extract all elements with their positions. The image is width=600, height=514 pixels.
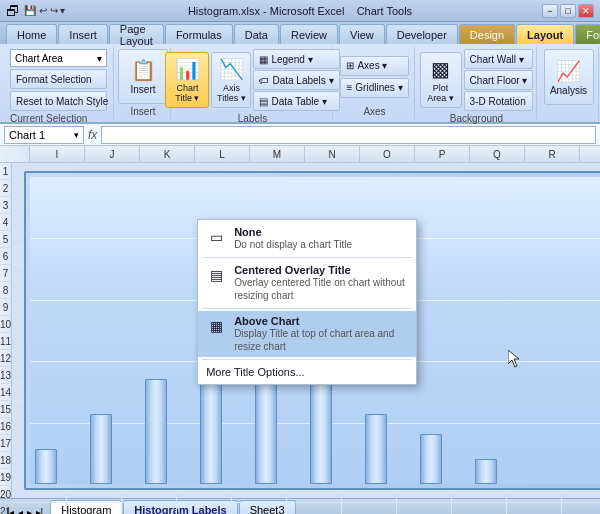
menu-item-none[interactable]: ▭ None Do not display a chart Title (198, 222, 416, 255)
menu-divider-3 (202, 359, 412, 360)
row-header-17: 17 (0, 435, 11, 452)
col-header-O: O (360, 146, 415, 162)
row-header-10: 10 (0, 316, 11, 333)
row-header-6: 6 (0, 248, 11, 265)
data-table-button[interactable]: ▤ Data Table ▾ (253, 91, 339, 111)
tab-format[interactable]: Format (575, 24, 600, 44)
data-labels-button[interactable]: 🏷 Data Labels ▾ (253, 70, 339, 90)
chart-bar-7 (420, 434, 442, 484)
current-selection-dropdown[interactable]: Chart Area ▾ (10, 49, 107, 67)
chart-floor-button[interactable]: Chart Floor ▾ (464, 70, 534, 90)
tab-review[interactable]: Review (280, 24, 338, 44)
row-header-1: 1 (0, 163, 11, 180)
title-bar-title: Histogram.xlsx - Microsoft Excel (188, 5, 344, 17)
legend-icon: ▦ (259, 54, 268, 65)
chart-title-icon: 📊 (175, 57, 200, 81)
name-box-arrow: ▾ (74, 130, 79, 140)
column-headers: IJKLMNOPQRST (30, 146, 600, 163)
chart-wall-button[interactable]: Chart Wall ▾ (464, 49, 534, 69)
row-header-3: 3 (0, 197, 11, 214)
tab-page-layout[interactable]: Page Layout (109, 24, 164, 44)
group-analysis: 📈 Analysis (539, 47, 599, 119)
chart-title-button[interactable]: 📊 ChartTitle ▾ (165, 52, 209, 108)
cell-I21[interactable] (12, 503, 67, 514)
analysis-button[interactable]: 📈 Analysis (544, 49, 594, 105)
tab-home[interactable]: Home (6, 24, 57, 44)
tab-view[interactable]: View (339, 24, 385, 44)
tab-developer[interactable]: Developer (386, 24, 458, 44)
maximize-button[interactable]: □ (560, 4, 576, 18)
group-label-current-selection: Current Selection (10, 111, 87, 124)
rotation-button[interactable]: 3-D Rotation (464, 91, 534, 111)
title-bar: 🗗 💾 ↩ ↪ ▾ Histogram.xlsx - Microsoft Exc… (0, 0, 600, 22)
tab-layout[interactable]: Layout (516, 24, 574, 44)
cell-S21[interactable] (562, 503, 600, 514)
row-header-8: 8 (0, 282, 11, 299)
row-header-19: 19 (0, 469, 11, 486)
gridlines-button[interactable]: ≡ Gridlines ▾ (340, 78, 408, 98)
cell-P21[interactable] (397, 503, 452, 514)
none-icon: ▭ (206, 227, 226, 247)
col-header-J: J (85, 146, 140, 162)
group-axes: ⊞ Axes ▾ ≡ Gridlines ▾ Axes (335, 47, 415, 119)
chart-bar-2 (145, 379, 167, 484)
group-label-insert: Insert (130, 104, 155, 117)
name-box[interactable]: Chart 1 ▾ (4, 126, 84, 144)
data-table-icon: ▤ (259, 96, 268, 107)
cell-row-21 (12, 503, 600, 514)
group-background: ▩ PlotArea ▾ Chart Wall ▾ Chart Floor ▾ … (417, 47, 537, 119)
format-selection-button[interactable]: Format Selection (10, 69, 107, 89)
menu-divider-1 (202, 257, 412, 258)
cell-R21[interactable] (507, 503, 562, 514)
title-bar-controls[interactable]: − □ ✕ (542, 4, 594, 18)
plot-area-button[interactable]: ▩ PlotArea ▾ (420, 52, 462, 108)
group-label-axes: Axes (363, 104, 385, 117)
cell-J21[interactable] (67, 503, 122, 514)
reset-match-style-button[interactable]: Reset to Match Style (10, 91, 107, 111)
title-bar-left: 🗗 💾 ↩ ↪ ▾ (6, 3, 65, 19)
axes-button[interactable]: ⊞ Axes ▾ (340, 56, 408, 76)
tab-design[interactable]: Design (459, 24, 515, 44)
insert-button[interactable]: 📋 Insert (118, 49, 168, 104)
col-header-S: S (580, 146, 600, 162)
cell-O21[interactable] (342, 503, 397, 514)
row-header-21: 21 (0, 503, 11, 514)
column-headers-row: IJKLMNOPQRST (0, 146, 600, 163)
row-header-18: 18 (0, 452, 11, 469)
close-button[interactable]: ✕ (578, 4, 594, 18)
row-header-2: 2 (0, 180, 11, 197)
group-label-background: Background (450, 111, 503, 124)
overlay-icon: ▤ (206, 265, 226, 285)
col-header-M: M (250, 146, 305, 162)
cell-M21[interactable] (232, 503, 287, 514)
row-header-4: 4 (0, 214, 11, 231)
cell-L21[interactable] (177, 503, 232, 514)
cell-Q21[interactable] (452, 503, 507, 514)
row-header-20: 20 (0, 486, 11, 503)
tab-data[interactable]: Data (234, 24, 279, 44)
cell-K21[interactable] (122, 503, 177, 514)
quick-access: 💾 ↩ ↪ ▾ (24, 5, 65, 16)
tab-formulas[interactable]: Formulas (165, 24, 233, 44)
chart-bar-8 (475, 459, 497, 484)
minimize-button[interactable]: − (542, 4, 558, 18)
chart-title-dropdown-menu: ▭ None Do not display a chart Title ▤ Ce… (197, 219, 417, 385)
menu-item-overlay[interactable]: ▤ Centered Overlay Title Overlay centere… (198, 260, 416, 306)
row-header-15: 15 (0, 401, 11, 418)
chart-bar-0 (35, 449, 57, 484)
none-text: None Do not display a chart Title (234, 226, 352, 251)
row-headers: 12345678910111213141516171819202122 (0, 163, 12, 498)
axes-icon: ⊞ (346, 60, 354, 71)
cell-N21[interactable] (287, 503, 342, 514)
menu-item-above-chart[interactable]: ▦ Above Chart Display Title at top of ch… (198, 311, 416, 357)
axis-titles-button[interactable]: 📉 AxisTitles ▾ (211, 52, 251, 108)
row-header-spacer (0, 146, 30, 163)
overlay-text: Centered Overlay Title Overlay centered … (234, 264, 408, 302)
above-chart-icon: ▦ (206, 316, 226, 336)
more-title-options-link[interactable]: More Title Options... (198, 362, 416, 382)
tab-insert[interactable]: Insert (58, 24, 108, 44)
legend-button[interactable]: ▦ Legend ▾ (253, 49, 339, 69)
chart-tools-label: Chart Tools (357, 5, 412, 17)
chart-bar-1 (90, 414, 112, 484)
formula-input[interactable] (101, 126, 596, 144)
